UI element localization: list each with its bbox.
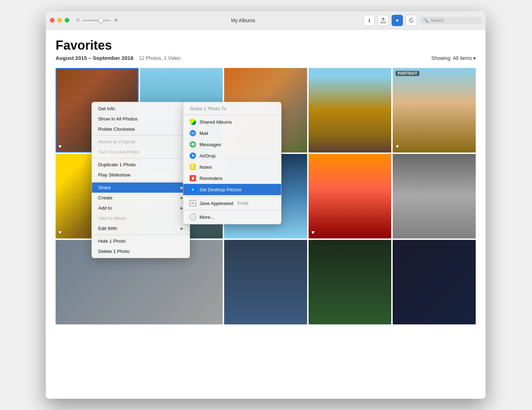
menu-item-rotate-clockwise[interactable]: Rotate Clockwise xyxy=(92,124,190,134)
menu-item-edit-with[interactable]: Edit With ▶ xyxy=(92,223,190,234)
submenu-item-messages[interactable]: 💬 Messages xyxy=(183,139,281,150)
favorite-heart-icon: ♥ xyxy=(311,229,315,236)
photo-item[interactable] xyxy=(393,154,476,238)
submenu-item-set-desktop[interactable]: 🖥 Set Desktop Picture xyxy=(183,184,281,195)
showing-dropdown[interactable]: Showing: All Items ▾ xyxy=(431,55,476,61)
submenu-item-shared-albums[interactable]: Shared Albums xyxy=(183,116,281,128)
menu-item-add-to[interactable]: Add to ▶ xyxy=(92,203,190,213)
submenu-arrow-icon: ▶ xyxy=(180,226,183,230)
reminders-icon: 📋 xyxy=(190,175,196,181)
showing-label: Showing: xyxy=(431,55,452,61)
submenu-item-reminders[interactable]: 📋 Reminders xyxy=(183,173,281,184)
menu-separator xyxy=(92,181,190,181)
page-title: Favorites xyxy=(56,38,476,53)
menu-item-show-all-photos[interactable]: Show in All Photos xyxy=(92,114,190,124)
more-icon: ··· xyxy=(190,214,196,220)
close-button[interactable] xyxy=(50,18,55,23)
search-placeholder: Search xyxy=(431,18,444,23)
menu-item-hide-photo[interactable]: Hide 1 Photo xyxy=(92,236,190,246)
titlebar: ⊡ ⊞ My Albums ℹ ♥ � xyxy=(46,11,486,30)
notes-icon: 📝 xyxy=(190,164,196,170)
rotate-button[interactable] xyxy=(406,15,417,26)
photo-item[interactable] xyxy=(224,240,307,324)
messages-icon: 💬 xyxy=(190,141,196,148)
desktop-picture-icon: 🖥 xyxy=(190,186,196,193)
submenu-header: Share 1 Photo To xyxy=(183,104,281,114)
menu-separator xyxy=(92,135,190,136)
photo-item[interactable]: ♥ xyxy=(309,154,392,238)
favorite-heart-icon: ♥ xyxy=(395,143,399,150)
subtitle-left: August 2015 – September 2018 12 Photos, … xyxy=(56,55,180,61)
airdrop-icon: 📡 xyxy=(190,153,196,159)
menu-item-share[interactable]: Share ▶ xyxy=(92,182,190,193)
share-submenu: Share 1 Photo To Shared Albums ✉ Mail 💬 … xyxy=(183,102,281,224)
menu-item-play-slideshow[interactable]: Play Slideshow xyxy=(92,170,190,180)
menu-separator xyxy=(92,235,190,235)
favorite-heart-icon: ♥ xyxy=(58,143,62,150)
menu-item-create[interactable]: Create ▶ xyxy=(92,193,190,203)
photo-item[interactable] xyxy=(393,240,476,324)
portrait-badge: PORTRAIT xyxy=(395,71,419,76)
submenu-separator xyxy=(183,196,281,197)
minimize-button[interactable] xyxy=(57,18,62,23)
submenu-item-jane-appleseed[interactable]: ✉ Jane Appleseed Email xyxy=(183,198,281,209)
large-thumbnail-icon: ⊞ xyxy=(113,18,119,23)
traffic-lights xyxy=(50,18,69,23)
maximize-button[interactable] xyxy=(65,18,69,23)
photo-item[interactable]: PORTRAIT ♥ xyxy=(393,68,476,153)
search-box[interactable]: 🔍 Search xyxy=(420,17,481,24)
photo-item[interactable] xyxy=(309,240,392,324)
submenu-separator xyxy=(183,115,281,115)
content-area: Favorites August 2015 – September 2018 1… xyxy=(46,30,486,399)
email-label: Email xyxy=(238,201,248,206)
shared-albums-icon xyxy=(190,119,196,125)
menu-item-revert-original: Revert to Original xyxy=(92,137,190,147)
email-icon: ✉ xyxy=(190,200,196,206)
favorite-button[interactable]: ♥ xyxy=(392,15,403,26)
menu-item-delete-photo[interactable]: Delete 1 Photo xyxy=(92,246,190,256)
subtitle-row: August 2015 – September 2018 12 Photos, … xyxy=(56,55,476,61)
submenu-item-airdrop[interactable]: 📡 AirDrop xyxy=(183,150,281,161)
menu-separator xyxy=(92,158,190,159)
thumbnail-size-slider[interactable]: ⊡ ⊞ xyxy=(75,18,119,23)
menu-item-live-photo: Turn On Live Photo xyxy=(92,147,190,157)
small-thumbnail-icon: ⊡ xyxy=(75,18,81,23)
window-title: My Albums xyxy=(231,18,255,23)
menu-item-get-info[interactable]: Get Info xyxy=(92,104,190,114)
context-menu: Get Info Show in All Photos Rotate Clock… xyxy=(91,102,190,258)
date-range: August 2015 – September 2018 xyxy=(56,55,133,61)
chevron-down-icon: ▾ xyxy=(473,55,476,61)
main-window: ⊡ ⊞ My Albums ℹ ♥ � xyxy=(46,11,486,399)
photo-count: 12 Photos, 1 Video xyxy=(139,55,180,61)
titlebar-center: My Albums xyxy=(123,18,363,23)
mail-icon: ✉ xyxy=(190,130,196,136)
favorite-heart-icon: ♥ xyxy=(58,229,62,236)
menu-item-duplicate[interactable]: Duplicate 1 Photo xyxy=(92,160,190,170)
menu-item-add-to-album: Add to Album xyxy=(92,213,190,223)
photo-item[interactable] xyxy=(309,68,392,153)
submenu-separator xyxy=(183,210,281,210)
info-button[interactable]: ℹ xyxy=(363,15,375,26)
submenu-item-mail[interactable]: ✉ Mail xyxy=(183,128,281,139)
submenu-item-more[interactable]: ··· More... xyxy=(183,211,281,223)
search-icon: 🔍 xyxy=(423,18,429,23)
submenu-item-notes[interactable]: 📝 Notes xyxy=(183,161,281,173)
slider-track[interactable] xyxy=(83,20,111,21)
slider-thumb[interactable] xyxy=(99,18,103,23)
showing-value: All Items xyxy=(453,55,472,61)
titlebar-controls: ℹ ♥ 🔍 Search xyxy=(363,15,481,26)
share-button[interactable] xyxy=(378,15,389,26)
